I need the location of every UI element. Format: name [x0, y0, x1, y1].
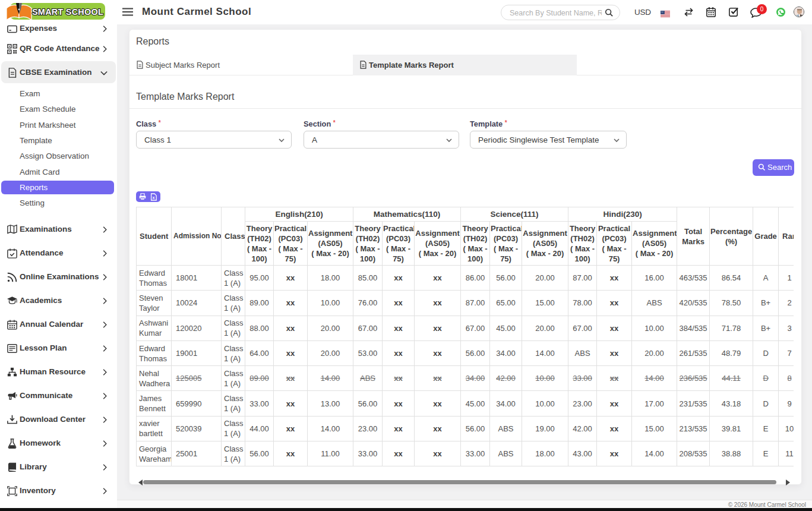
svg-text:SMART SCHOOL: SMART SCHOOL: [32, 7, 103, 17]
svg-text:x: x: [153, 195, 155, 200]
